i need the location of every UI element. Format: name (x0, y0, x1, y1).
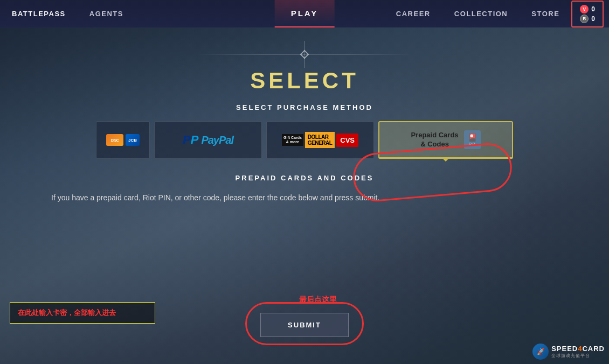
payment-card-prepaid[interactable]: Prepaid Cards& Codes 🎴 RP (378, 121, 513, 159)
nav-item-collection[interactable]: COLLECTION (442, 0, 520, 27)
main-content: SELECT SELECT PURCHASE METHOD DISC JCB P… (0, 27, 609, 220)
s4c-text: SPEED4CARD 全球游戏充值平台 (551, 345, 605, 359)
giftcard-logos: Gift Cards& more DOLLARGENERAL CVS (282, 132, 358, 148)
prepaid-description: If you have a prepaid card, Riot PIN, or… (51, 192, 558, 204)
prepaid-card-content: Prepaid Cards& Codes 🎴 RP (411, 130, 480, 149)
currency-block: V 0 R 0 (571, 1, 604, 27)
nav-item-agents[interactable]: AGENTS (78, 0, 135, 27)
vp-currency: V 0 (580, 5, 595, 13)
submit-button[interactable]: SUBMIT (260, 313, 349, 337)
payment-card-cards[interactable]: DISC JCB (96, 121, 150, 159)
rp-currency: R 0 (580, 15, 595, 23)
rp-amount: 0 (591, 15, 595, 23)
navbar: BATTLEPASS AGENTS PLAY CAREER COLLECTION… (0, 0, 609, 27)
cvs-logo: CVS (336, 134, 358, 147)
rp-badge: 🎴 RP (464, 130, 481, 149)
active-indicator (441, 157, 450, 162)
payment-card-paypal[interactable]: PP PayPal (154, 121, 262, 159)
rp-badge-label: RP (469, 142, 476, 146)
submit-area: SUBMIT (260, 313, 349, 337)
purchase-method-heading: SELECT PURCHASE METHOD (236, 103, 373, 111)
nav-item-play[interactable]: PLAY (275, 0, 335, 27)
nav-right: CAREER COLLECTION STORE V 0 R 0 (384, 0, 609, 27)
rp-badge-icon: 🎴 (468, 133, 477, 142)
prepaid-section: PREPAID CARDS AND CODES If you have a pr… (51, 174, 558, 220)
nav-item-battlepass[interactable]: BATTLEPASS (0, 0, 78, 27)
prepaid-section-heading: PREPAID CARDS AND CODES (51, 174, 558, 182)
vp-amount: 0 (591, 5, 595, 13)
nav-item-career[interactable]: CAREER (384, 0, 442, 27)
code-input-wrapper: 在此处输入卡密，全部输入进去 (10, 302, 155, 324)
s4c-logo-icon: 🚀 (532, 344, 549, 360)
watermark: 🚀 SPEED4CARD 全球游戏充值平台 (532, 344, 605, 360)
prepaid-card-label: Prepaid Cards& Codes (411, 131, 458, 149)
discover-logo: DISC (106, 134, 123, 146)
card-logos: DISC JCB (106, 134, 140, 146)
code-input-label: 在此处输入卡密，全部输入进去 (12, 304, 153, 322)
nav-item-store[interactable]: STORE (520, 0, 571, 27)
page-title: SELECT (250, 68, 359, 94)
paypal-logo: PP PayPal (183, 133, 233, 147)
submit-annotation-label: 最后点这里 (299, 295, 337, 305)
payment-card-giftcards[interactable]: Gift Cards& more DOLLARGENERAL CVS (266, 121, 374, 159)
dollar-general-logo: DOLLARGENERAL (305, 132, 335, 148)
vp-icon: V (580, 5, 589, 13)
giftcard-label: Gift Cards& more (282, 134, 303, 146)
payment-methods-row: DISC JCB PP PayPal Gift Cards& more DOLL… (96, 121, 513, 159)
input-area: 在此处输入卡密，全部输入进去 (10, 302, 155, 324)
nav-center: PLAY (275, 0, 335, 27)
s4c-name: SPEED4CARD (551, 345, 605, 353)
title-decoration (197, 38, 412, 71)
jcb-logo: JCB (126, 134, 140, 146)
s4c-subtitle: 全球游戏充值平台 (551, 353, 605, 359)
nav-left: BATTLEPASS AGENTS (0, 0, 135, 27)
rp-icon: R (580, 15, 589, 23)
